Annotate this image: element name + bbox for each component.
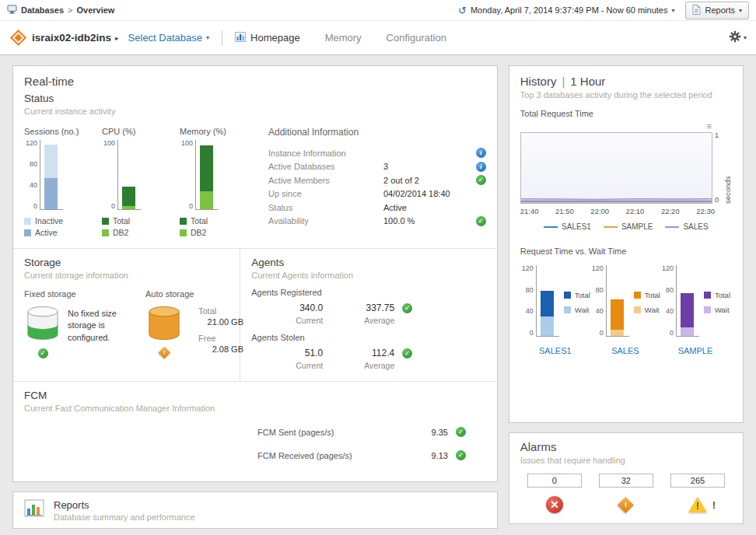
total-request-time-chart: ≡ 1 0 seconds bbox=[520, 132, 732, 204]
sales1-link[interactable]: SALES1 bbox=[539, 346, 572, 355]
fatal-alarms: 0 bbox=[523, 474, 586, 514]
line-chart-plot-area bbox=[520, 132, 712, 204]
sales-link[interactable]: SALES bbox=[611, 346, 639, 355]
select-database-dropdown[interactable]: Select Database ▾ bbox=[128, 32, 209, 44]
storage-title: Storage bbox=[24, 257, 229, 268]
homepage-chart-icon bbox=[235, 32, 246, 44]
sessions-chart: Sessions (no.) 120 80 40 0 bbox=[24, 127, 91, 237]
alarms-panel: Alarms Issues that require handling 0 32… bbox=[509, 432, 744, 524]
fcm-title: FCM bbox=[24, 390, 486, 401]
history-line-svg bbox=[521, 133, 712, 203]
agents-registered-current: 340.0 bbox=[251, 302, 323, 313]
info-icon[interactable]: i bbox=[476, 148, 486, 158]
agents-stolen-group: Agents Stolen 51.0 112.4 ✓ Current Avera… bbox=[251, 333, 486, 370]
sessions-bar-active bbox=[44, 178, 58, 209]
check-status-icon: ✓ bbox=[402, 303, 412, 313]
legend-swatch bbox=[704, 292, 711, 299]
report-page-icon bbox=[692, 5, 701, 16]
history-range: 1 Hour bbox=[570, 75, 605, 88]
chevron-down-icon: ▾ bbox=[744, 34, 747, 41]
auto-storage-warning-icon: ! bbox=[158, 347, 170, 359]
tab-memory[interactable]: Memory bbox=[325, 32, 362, 44]
breadcrumb-databases[interactable]: Databases bbox=[21, 5, 64, 15]
sales-plot-area bbox=[606, 265, 629, 337]
nav-divider bbox=[222, 30, 222, 46]
info-icon[interactable]: i bbox=[476, 162, 486, 172]
sessions-chart-title: Sessions (no.) bbox=[24, 127, 91, 136]
tab-configuration[interactable]: Configuration bbox=[387, 32, 446, 44]
history-subtitle: Top 3 databases activity during the sele… bbox=[520, 90, 732, 100]
legend-swatch bbox=[102, 218, 109, 225]
sample-bar-chart: 120 80 40 0 Total bbox=[660, 265, 730, 355]
tab-memory-label: Memory bbox=[325, 32, 362, 44]
legend-swatch bbox=[24, 218, 31, 225]
instance-name[interactable]: israix02-idb2ins bbox=[32, 32, 111, 44]
select-database-label: Select Database bbox=[128, 32, 202, 44]
chart-menu-icon[interactable]: ≡ bbox=[707, 122, 712, 131]
sessions-bar-inactive bbox=[44, 145, 58, 178]
check-status-icon: ✓ bbox=[456, 427, 466, 437]
warning-alarm-count[interactable]: 265 bbox=[670, 474, 725, 488]
legend-line bbox=[604, 226, 618, 228]
sessions-y-axis: 120 80 40 0 bbox=[24, 140, 40, 210]
fcm-sent-row: FCM Sent (pages/s) 9.35 ✓ bbox=[257, 427, 466, 437]
warning-alarm-icon[interactable]: ! bbox=[688, 497, 707, 512]
sessions-plot-area bbox=[40, 140, 63, 210]
status-subtitle: Current instance activity bbox=[24, 107, 486, 116]
agents-stolen-current: 51.0 bbox=[251, 348, 323, 358]
breadcrumb-separator: > bbox=[68, 5, 72, 15]
sales1-wait-segment bbox=[541, 316, 554, 336]
auto-storage-cylinder-icon bbox=[147, 305, 181, 345]
request-vs-wait-title: Request Time vs. Wait Time bbox=[520, 247, 732, 256]
check-status-icon: ✓ bbox=[456, 450, 466, 460]
legend-swatch bbox=[102, 229, 109, 236]
chevron-down-icon: ▾ bbox=[206, 34, 209, 41]
critical-alarm-icon[interactable]: ! bbox=[618, 496, 634, 512]
storage-section: Storage Current storage information Fixe… bbox=[13, 249, 240, 381]
legend-swatch bbox=[24, 229, 31, 236]
tab-homepage[interactable]: Homepage bbox=[235, 32, 300, 44]
fatal-alarm-icon[interactable] bbox=[546, 496, 563, 513]
sales-bar-chart: 120 80 40 0 Total bbox=[590, 265, 660, 355]
legend-swatch bbox=[180, 229, 187, 236]
reports-button[interactable]: Reports ▾ bbox=[685, 2, 749, 19]
line-chart-y-label: seconds bbox=[723, 132, 732, 204]
info-row: Status Active bbox=[268, 201, 486, 215]
sample-total-segment bbox=[681, 293, 694, 327]
fatal-alarm-count[interactable]: 0 bbox=[527, 474, 582, 488]
fixed-storage-message: No fixed size storage is configured. bbox=[68, 305, 145, 358]
storage-subtitle: Current storage information bbox=[24, 271, 229, 280]
info-row: Instance Information i bbox=[268, 146, 486, 160]
memory-chart-title: Memory (%) bbox=[180, 127, 247, 136]
cpu-plot-area bbox=[117, 140, 141, 210]
sales1-bar-chart: 120 80 40 0 Total bbox=[520, 265, 590, 355]
fcm-section: FCM Current Fast Communication Manager I… bbox=[13, 381, 497, 481]
history-panel: History | 1 Hour Top 3 databases activit… bbox=[509, 65, 744, 423]
time-history-icon: ↺ bbox=[458, 5, 467, 16]
legend-line bbox=[665, 226, 679, 228]
memory-bar-db2 bbox=[200, 191, 213, 209]
chevron-down-icon: ▾ bbox=[739, 7, 742, 14]
history-title-divider: | bbox=[562, 75, 565, 88]
gear-icon bbox=[729, 30, 741, 46]
info-row: Availability 100.0 % ✓ bbox=[268, 215, 486, 229]
critical-alarm-count[interactable]: 32 bbox=[599, 474, 653, 488]
line-chart-y-axis: 1 0 bbox=[712, 132, 723, 204]
reports-panel-subtitle: Database summary and performance bbox=[54, 512, 195, 522]
cpu-y-axis: 100 0 bbox=[102, 140, 117, 210]
breadcrumb: Databases > Overview bbox=[7, 5, 114, 16]
realtime-panel: Real-time Status Current instance activi… bbox=[12, 65, 498, 482]
memory-y-axis: 100 0 bbox=[180, 140, 195, 210]
agents-registered-group: Agents Registered 340.0 337.75 ✓ Current… bbox=[251, 288, 486, 325]
reports-panel[interactable]: Reports Database summary and performance bbox=[12, 491, 498, 529]
legend-swatch bbox=[564, 292, 571, 299]
legend-swatch bbox=[634, 292, 641, 299]
sample-link[interactable]: SAMPLE bbox=[678, 346, 713, 355]
settings-menu[interactable]: ▾ bbox=[729, 30, 747, 46]
critical-alarms: 32 ! bbox=[595, 474, 657, 514]
legend-swatch bbox=[704, 306, 711, 313]
time-range-selector[interactable]: ↺ Monday, April 7, 2014 9:37:49 PM - Now… bbox=[458, 5, 674, 16]
info-row: Active Members 2 out of 2 ✓ bbox=[268, 173, 486, 187]
tab-configuration-label: Configuration bbox=[387, 32, 446, 44]
line-chart-legend: SALES1 SAMPLE SALES bbox=[520, 222, 732, 231]
